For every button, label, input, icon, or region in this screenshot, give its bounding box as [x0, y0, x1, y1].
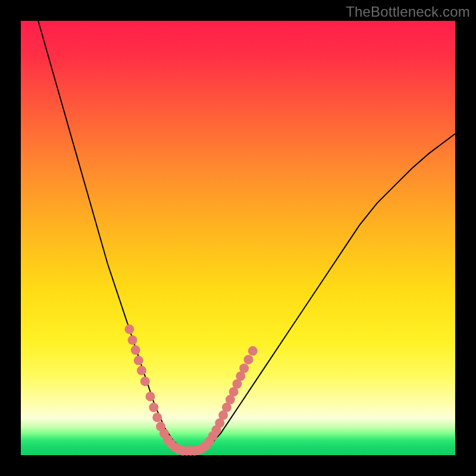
curve-marker	[134, 356, 143, 365]
curve-svg	[21, 21, 455, 455]
watermark-text: TheBottleneck.com	[346, 4, 470, 20]
bottleneck-curve	[38, 21, 455, 451]
curve-marker	[131, 345, 140, 355]
curve-marker	[239, 364, 249, 373]
curve-marker	[128, 336, 137, 345]
curve-marker	[248, 346, 258, 356]
curve-marker	[140, 377, 150, 386]
curve-marker	[244, 355, 253, 364]
curve-marker	[137, 366, 146, 375]
curve-marker	[146, 392, 155, 401]
curve-markers	[125, 324, 258, 455]
curve-marker	[125, 324, 134, 334]
plot-area	[21, 21, 455, 455]
curve-marker	[149, 403, 158, 412]
curve-marker	[152, 412, 162, 422]
chart-frame: TheBottleneck.com	[0, 0, 476, 476]
